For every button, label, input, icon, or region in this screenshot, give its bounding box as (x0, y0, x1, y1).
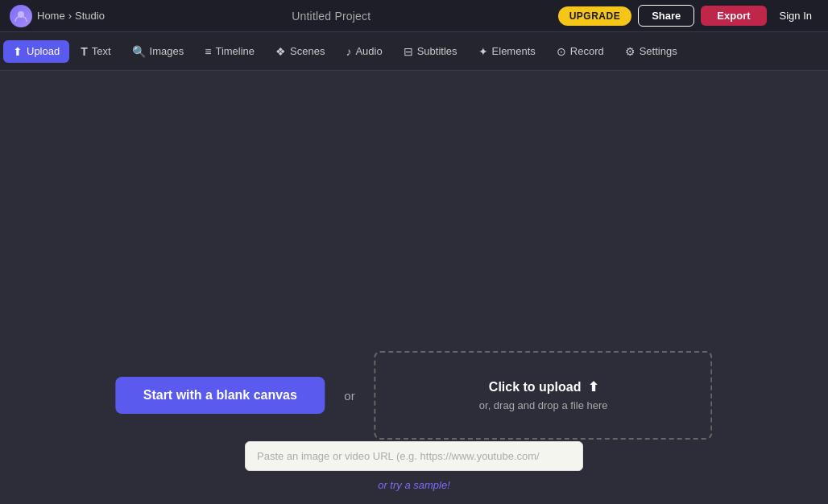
audio-icon: ♪ (346, 45, 351, 58)
subtitles-icon: ⊟ (404, 45, 413, 58)
avatar[interactable] (10, 5, 32, 27)
try-sample-link[interactable]: or try a sample! (378, 479, 450, 491)
top-bar: Home › Studio Untitled Project UPGRADE S… (0, 0, 828, 32)
toolbar-scenes[interactable]: ❖ Scenes (266, 40, 334, 63)
settings-label: Settings (640, 45, 677, 57)
record-label: Record (570, 45, 604, 57)
elements-label: Elements (492, 45, 536, 57)
audio-label: Audio (355, 45, 382, 57)
toolbar-timeline[interactable]: ≡ Timeline (195, 40, 264, 63)
blank-canvas-button[interactable]: Start with a blank canvas (115, 377, 325, 414)
upgrade-button[interactable]: UPGRADE (558, 6, 632, 26)
upload-area-wrapper: Start with a blank canvas or Click to up… (115, 351, 712, 440)
timeline-icon: ≡ (205, 45, 211, 58)
breadcrumb-separator: › (68, 10, 72, 22)
timeline-label: Timeline (215, 45, 255, 57)
url-input[interactable] (245, 441, 583, 471)
main-content: Start with a blank canvas or Click to up… (0, 71, 828, 504)
top-bar-right: UPGRADE Share Export Sign In (558, 5, 818, 27)
scenes-label: Scenes (290, 45, 325, 57)
images-label: Images (150, 45, 184, 57)
or-divider: or (344, 389, 354, 403)
toolbar-text[interactable]: T Text (71, 40, 120, 63)
upload-label: Upload (27, 45, 60, 57)
upload-drop-zone[interactable]: Click to upload ⬆ or, drag and drop a fi… (375, 351, 713, 440)
images-icon: 🔍 (132, 45, 146, 58)
scenes-icon: ❖ (275, 45, 286, 58)
studio-label: Studio (75, 10, 105, 22)
share-button[interactable]: Share (638, 5, 694, 27)
upload-icon: ⬆ (13, 45, 23, 58)
record-icon: ⊙ (557, 45, 566, 58)
toolbar-upload[interactable]: ⬆ Upload (3, 40, 69, 63)
top-bar-center: Untitled Project (111, 10, 552, 23)
toolbar-audio[interactable]: ♪ Audio (336, 40, 391, 63)
subtitles-label: Subtitles (417, 45, 457, 57)
settings-icon: ⚙ (625, 45, 635, 58)
text-label: Text (92, 45, 111, 57)
export-button[interactable]: Export (701, 6, 766, 26)
home-link[interactable]: Home (37, 10, 65, 22)
upload-drop-icon: ⬆ (588, 379, 598, 395)
toolbar-elements[interactable]: ✦ Elements (469, 40, 545, 63)
bottom-controls: or try a sample! (245, 441, 583, 491)
toolbar-record[interactable]: ⊙ Record (547, 40, 614, 63)
toolbar-images[interactable]: 🔍 Images (122, 40, 194, 63)
upload-drop-subtitle: or, drag and drop a file here (479, 399, 608, 411)
text-icon: T (81, 45, 88, 58)
breadcrumb: Home › Studio (37, 10, 105, 22)
toolbar: ⬆ Upload T Text 🔍 Images ≡ Timeline ❖ Sc… (0, 32, 828, 71)
toolbar-subtitles[interactable]: ⊟ Subtitles (394, 40, 467, 63)
signin-button[interactable]: Sign In (773, 6, 818, 26)
top-bar-left: Home › Studio (10, 5, 105, 27)
upload-drop-title: Click to upload ⬆ (489, 379, 598, 395)
elements-icon: ✦ (478, 45, 488, 58)
project-title[interactable]: Untitled Project (292, 10, 371, 23)
toolbar-settings[interactable]: ⚙ Settings (615, 40, 687, 63)
